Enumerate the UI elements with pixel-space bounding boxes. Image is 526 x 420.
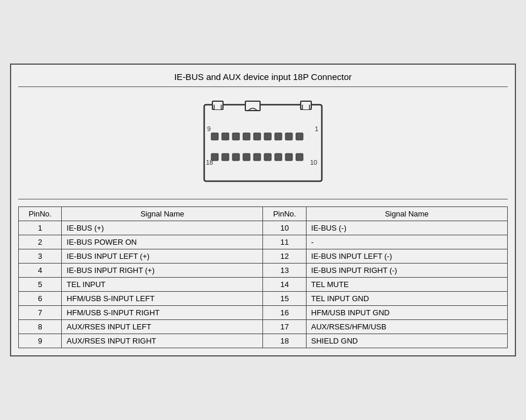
left-signal-name: IE-BUS POWER ON	[62, 235, 263, 249]
right-pin-number: 12	[263, 249, 306, 264]
svg-rect-24	[222, 154, 229, 161]
right-signal-name: HFM/USB INPUT GND	[306, 306, 507, 320]
svg-rect-5	[245, 101, 260, 111]
connector-diagram: 9 1 18 10	[18, 93, 508, 199]
left-signal-name: IE-BUS INPUT RIGHT (+)	[62, 264, 263, 278]
svg-rect-25	[232, 154, 239, 161]
right-signal-name: IE-BUS (-)	[306, 221, 507, 235]
svg-rect-27	[254, 154, 261, 161]
svg-rect-7	[302, 105, 309, 109]
left-signal-name: HFM/USB S-INPUT RIGHT	[62, 306, 263, 320]
svg-rect-31	[296, 154, 303, 161]
left-pin-number: 9	[19, 334, 62, 348]
table-row: 7HFM/USB S-INPUT RIGHT16HFM/USB INPUT GN…	[19, 306, 508, 320]
svg-text:10: 10	[310, 159, 317, 166]
table-row: 9AUX/RSES INPUT RIGHT18SHIELD GND	[19, 334, 508, 348]
svg-rect-20	[296, 133, 303, 140]
right-pin-number: 17	[263, 320, 306, 334]
svg-rect-30	[285, 154, 292, 161]
svg-rect-19	[285, 133, 292, 140]
right-pin-number: 16	[263, 306, 306, 320]
table-row: 2IE-BUS POWER ON11-	[19, 235, 508, 249]
left-signal-name: TEL INPUT	[62, 278, 263, 292]
right-pin-number: 15	[263, 292, 306, 306]
left-pin-number: 2	[19, 235, 62, 249]
right-pin-number: 14	[263, 278, 306, 292]
right-signal-name: SHIELD GND	[306, 334, 507, 348]
header-signal-left: Signal Name	[62, 207, 263, 221]
table-row: 5TEL INPUT14TEL MUTE	[19, 278, 508, 292]
svg-rect-2	[214, 105, 221, 109]
right-signal-name: IE-BUS INPUT RIGHT (-)	[306, 264, 507, 278]
left-signal-name: AUX/RSES INPUT RIGHT	[62, 334, 263, 348]
svg-text:1: 1	[315, 125, 318, 132]
svg-text:9: 9	[207, 125, 211, 132]
right-signal-name: TEL MUTE	[306, 278, 507, 292]
left-pin-number: 1	[19, 221, 62, 235]
left-pin-number: 4	[19, 264, 62, 278]
right-signal-name: -	[306, 235, 507, 249]
table-row: 6HFM/USB S-INPUT LEFT15TEL INPUT GND	[19, 292, 508, 306]
main-title: IE-BUS and AUX device input 18P Connecto…	[18, 72, 508, 87]
main-card: IE-BUS and AUX device input 18P Connecto…	[10, 64, 516, 356]
right-signal-name: TEL INPUT GND	[306, 292, 507, 306]
pin-table: PinNo. Signal Name PinNo. Signal Name 1I…	[18, 206, 508, 348]
left-pin-number: 7	[19, 306, 62, 320]
svg-rect-26	[243, 154, 250, 161]
right-pin-number: 18	[263, 334, 306, 348]
left-signal-name: IE-BUS INPUT LEFT (+)	[62, 249, 263, 264]
svg-rect-28	[264, 154, 271, 161]
left-signal-name: AUX/RSES INPUT LEFT	[62, 320, 263, 334]
left-pin-number: 3	[19, 249, 62, 264]
svg-rect-18	[275, 133, 282, 140]
svg-rect-17	[264, 133, 271, 140]
svg-rect-0	[204, 105, 322, 181]
header-pinno-left: PinNo.	[19, 207, 62, 221]
table-row: 4IE-BUS INPUT RIGHT (+)13IE-BUS INPUT RI…	[19, 264, 508, 278]
left-signal-name: HFM/USB S-INPUT LEFT	[62, 292, 263, 306]
header-pinno-right: PinNo.	[263, 207, 306, 221]
svg-rect-12	[211, 133, 218, 140]
right-pin-number: 10	[263, 221, 306, 235]
right-pin-number: 13	[263, 264, 306, 278]
table-row: 3IE-BUS INPUT LEFT (+)12IE-BUS INPUT LEF…	[19, 249, 508, 264]
right-signal-name: IE-BUS INPUT LEFT (-)	[306, 249, 507, 264]
right-signal-name: AUX/RSES/HFM/USB	[306, 320, 507, 334]
connector-svg: 9 1 18 10	[187, 99, 339, 193]
svg-rect-13	[222, 133, 229, 140]
svg-rect-15	[243, 133, 250, 140]
left-signal-name: IE-BUS (+)	[62, 221, 263, 235]
svg-rect-14	[232, 133, 239, 140]
svg-rect-16	[254, 133, 261, 140]
left-pin-number: 6	[19, 292, 62, 306]
right-pin-number: 11	[263, 235, 306, 249]
svg-rect-23	[211, 154, 218, 161]
svg-rect-29	[275, 154, 282, 161]
table-row: 8AUX/RSES INPUT LEFT17AUX/RSES/HFM/USB	[19, 320, 508, 334]
header-signal-right: Signal Name	[306, 207, 507, 221]
left-pin-number: 5	[19, 278, 62, 292]
left-pin-number: 8	[19, 320, 62, 334]
table-row: 1IE-BUS (+)10IE-BUS (-)	[19, 221, 508, 235]
